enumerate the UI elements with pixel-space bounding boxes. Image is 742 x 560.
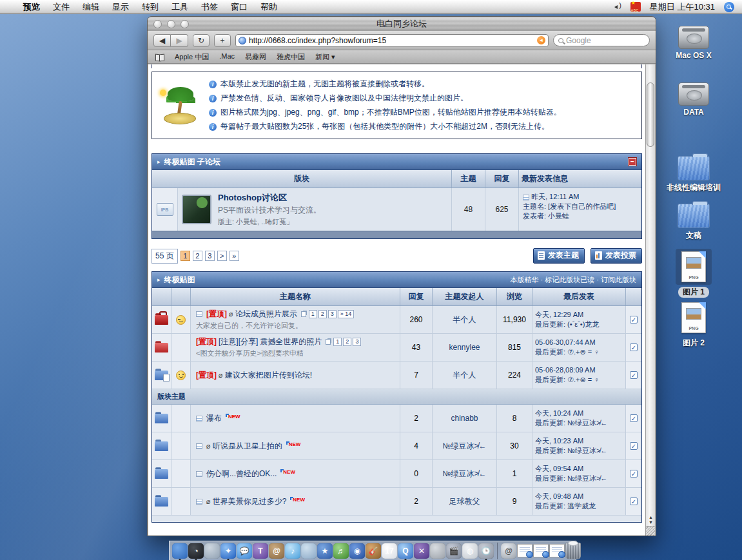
desktop-icon[interactable]: 文稿	[658, 204, 729, 241]
topic-starter-link[interactable]: 半个人	[433, 362, 497, 389]
folder-icon[interactable]	[678, 204, 710, 228]
menu-item[interactable]: 工具	[165, 0, 195, 14]
trash-icon[interactable]	[565, 543, 581, 559]
window-titlebar[interactable]: 电白同乡论坛	[148, 17, 656, 31]
menu-item[interactable]: 转到	[135, 0, 165, 14]
dock-iphoto-icon[interactable]	[301, 543, 317, 559]
vertical-scrollbar[interactable]: ▲▼	[645, 64, 655, 536]
topic-page-link[interactable]: » 14	[338, 310, 355, 318]
topic-page-link[interactable]: 2	[343, 338, 351, 346]
topic-starter-link[interactable]: №绿豆冰≯←	[433, 432, 497, 459]
dock-at-stand-icon[interactable]: @	[501, 543, 516, 559]
lastpost-updated-by[interactable]: 最后更新: 逃学威龙	[535, 501, 596, 511]
dock-ical-icon[interactable]: 17	[382, 543, 397, 559]
topic-starter-link[interactable]: kennylee	[433, 334, 497, 361]
dock-minimized-window-icon[interactable]	[533, 544, 549, 557]
topic-starter-link[interactable]: №绿豆冰≯←	[433, 460, 497, 487]
resize-grip[interactable]	[646, 526, 655, 536]
new-poll-button[interactable]: 发表投票	[591, 248, 642, 264]
lastpost-updated-by[interactable]: 最后更新: №绿豆冰≯←	[535, 474, 607, 483]
topic-checkbox[interactable]: ✓	[630, 371, 638, 379]
topic-checkbox[interactable]: ✓	[630, 470, 638, 478]
topic-title-link[interactable]: 论坛成员照片展示	[235, 309, 297, 320]
lastpost-updated-by[interactable]: 最后更新: №绿豆冰≯←	[535, 418, 607, 428]
bookmark-item[interactable]: 易趣网	[245, 52, 266, 62]
dock-minimized-window-icon[interactable]	[517, 544, 532, 557]
scrollbar-arrows[interactable]: ▲▼	[646, 515, 655, 525]
topic-checkbox[interactable]: ✓	[630, 316, 638, 323]
topic-title-link[interactable]: 震撼全世界的照片	[260, 336, 322, 347]
menu-item[interactable]: 帮助	[254, 0, 284, 14]
page-link[interactable]: 2	[193, 251, 202, 261]
dock-safari-icon[interactable]: ✦	[220, 543, 236, 559]
desktop-icon[interactable]: 非线性编辑培训	[658, 156, 729, 193]
menu-item[interactable]: 显示	[106, 0, 135, 14]
hard-disk-icon[interactable]	[678, 82, 709, 106]
dock-mail-icon[interactable]	[204, 543, 220, 559]
dock-app-gray-apple-box-icon[interactable]	[430, 543, 445, 559]
new-topic-button[interactable]: 发表主题	[533, 248, 585, 264]
menu-app-name[interactable]: 预览	[17, 0, 46, 14]
board-last-poster[interactable]: 发表者: 小曼蛙	[523, 211, 638, 221]
dock-dashboard-icon[interactable]: ◔	[188, 543, 204, 559]
desktop-icon[interactable]: PNG图片 2	[658, 300, 729, 349]
desktop-icon[interactable]: PNG图片 1	[658, 249, 729, 298]
page-link[interactable]: 1	[181, 251, 190, 261]
goto-last-post-icon[interactable]	[196, 499, 202, 505]
dock-white-appliance-app-icon[interactable]: ◍	[462, 543, 478, 559]
topic-checkbox[interactable]: ✓	[630, 442, 638, 450]
goto-last-post-icon[interactable]	[523, 195, 529, 200]
page-link[interactable]: 3	[205, 251, 215, 261]
goto-last-post-icon[interactable]	[196, 471, 202, 477]
dock-finder-icon[interactable]	[172, 543, 188, 559]
desktop-icon[interactable]: DATA	[658, 82, 729, 117]
topic-title-link[interactable]: 瀑布	[206, 413, 222, 424]
forum-header-links[interactable]: 本版精华 · 标记此版块已读 · 订阅此版块	[510, 275, 636, 285]
lastpost-updated-by[interactable]: 最后更新: (•ˉεˉ•)龙龙	[535, 320, 599, 329]
volume-icon[interactable]	[612, 3, 621, 11]
dock-image-capture-icon[interactable]: 🕒	[478, 543, 494, 559]
dock-dvd-player-icon[interactable]: ◉	[349, 543, 365, 559]
board-last-topic[interactable]: 主题名: [发表下自己的作品吧]	[523, 202, 638, 211]
dock-garageband-icon[interactable]: 🎸	[366, 543, 381, 559]
lastpost-updated-by[interactable]: 最后更新: ⑦.+⊜ = ♀	[535, 347, 599, 357]
page-link[interactable]: »	[229, 251, 239, 261]
dock-address-book-icon[interactable]: @	[269, 543, 284, 559]
scrollbar-thumb[interactable]	[647, 82, 654, 147]
url-text[interactable]: http://0668.cc/index.php?showforum=15	[249, 36, 534, 45]
bookmark-item[interactable]: 新闻 ▾	[315, 52, 335, 62]
menu-item[interactable]: 文件	[46, 0, 76, 14]
menubar-clock[interactable]: 星期日 上午10:31	[650, 1, 715, 13]
topic-starter-link[interactable]: 半个人	[433, 306, 497, 333]
dock-idvd-green-icon[interactable]: ♬	[333, 543, 349, 559]
topic-title-link[interactable]: 伤心啊...曾经的OK...	[206, 468, 277, 479]
photoshop-board-thumbnail[interactable]	[182, 195, 211, 224]
google-search-field[interactable]: Google	[553, 34, 650, 46]
goto-last-post-icon[interactable]	[196, 443, 202, 449]
topic-checkbox[interactable]: ✓	[630, 343, 638, 351]
board-link-photoshop[interactable]: Photoshop讨论区	[218, 192, 321, 204]
goto-last-post-icon[interactable]	[196, 311, 202, 317]
topic-page-link[interactable]: 1	[309, 310, 317, 318]
topic-title-link[interactable]: 世界美景你见过多少?	[213, 496, 287, 507]
goto-last-post-icon[interactable]	[196, 416, 202, 421]
reload-button[interactable]: ↻	[193, 34, 210, 47]
dock-quicktime-icon[interactable]: Q	[398, 543, 413, 559]
desktop-icon[interactable]: Mac OS X	[658, 26, 729, 60]
collapse-button[interactable]: −	[629, 158, 636, 166]
menu-item[interactable]: 书签	[195, 0, 224, 14]
dock-ichat-icon[interactable]: 💬	[237, 543, 252, 559]
lastpost-updated-by[interactable]: 最后更新: ⑦.+⊜ = ♀	[535, 375, 599, 385]
topic-starter-link[interactable]: 足球教父	[433, 488, 497, 515]
topic-checkbox[interactable]: ✓	[630, 414, 638, 422]
topic-title-link[interactable]: 建议大家把图片传到论坛!	[225, 370, 312, 381]
forward-button[interactable]: ▶	[171, 34, 188, 47]
hard-disk-icon[interactable]	[678, 26, 709, 49]
topic-page-link[interactable]: 3	[353, 338, 361, 346]
dock-imovie-icon[interactable]: ★	[317, 543, 333, 559]
bookmarks-book-icon[interactable]	[155, 54, 164, 60]
topic-starter-link[interactable]: chinabb	[433, 405, 497, 432]
topic-title-link[interactable]: 听说是从卫星上拍的	[213, 441, 282, 452]
bookmark-item[interactable]: 雅虎中国	[277, 52, 305, 62]
menu-item[interactable]: 编辑	[76, 0, 106, 14]
